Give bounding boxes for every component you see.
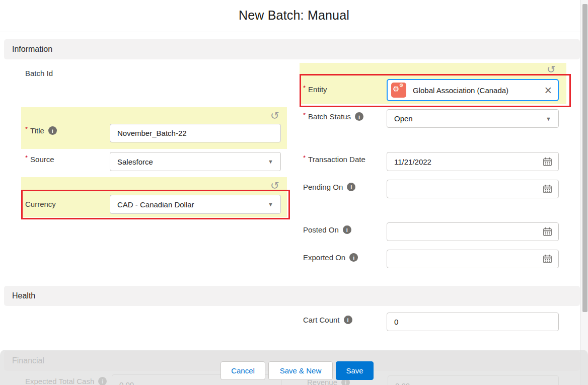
- field-label-entity: * Entity: [303, 85, 327, 94]
- info-icon[interactable]: i: [343, 225, 351, 234]
- required-asterisk: *: [25, 154, 28, 162]
- undo-icon[interactable]: ↺: [270, 180, 279, 191]
- field-label-currency: Currency: [25, 200, 56, 208]
- field-label-transaction-date: * Transaction Date: [303, 155, 365, 164]
- scrollbar-thumb[interactable]: [582, 4, 587, 312]
- undo-icon[interactable]: ↺: [270, 110, 279, 121]
- transaction-date-input[interactable]: 11/21/2022: [387, 152, 559, 171]
- posted-on-input[interactable]: [387, 222, 559, 241]
- save-and-new-button[interactable]: Save & New: [268, 361, 333, 380]
- field-label-exported-on: Exported On i: [303, 253, 358, 262]
- exported-on-input[interactable]: [387, 250, 559, 268]
- field-label-source: * Source: [25, 155, 54, 164]
- section-information: Information: [4, 39, 580, 59]
- entity-lookup-pill[interactable]: ⚙ ⚙ Global Association (Canada) ×: [387, 79, 559, 101]
- required-asterisk: *: [303, 84, 306, 92]
- field-label-title: * Title i: [25, 126, 57, 135]
- info-icon[interactable]: i: [349, 253, 358, 262]
- page-title: New Batch: Manual: [0, 8, 588, 23]
- section-health-label: Health: [12, 291, 35, 300]
- field-label-batch-status: * Batch Status i: [303, 112, 363, 121]
- gear-icon: ⚙: [393, 85, 399, 93]
- chevron-down-icon: ▼: [268, 159, 273, 165]
- pending-on-input[interactable]: [387, 180, 559, 198]
- entity-value: Global Association (Canada): [413, 86, 544, 95]
- cancel-button[interactable]: Cancel: [220, 361, 265, 380]
- info-icon[interactable]: i: [347, 183, 355, 191]
- close-icon[interactable]: ×: [544, 84, 552, 97]
- batch-status-select[interactable]: Open ▼: [387, 109, 559, 128]
- calendar-icon[interactable]: [543, 227, 552, 237]
- chevron-down-icon: ▼: [546, 116, 551, 122]
- cart-count-input[interactable]: [387, 313, 559, 331]
- new-batch-modal: New Batch: Manual Information Batch Id ↺…: [0, 0, 588, 385]
- header-divider: [0, 32, 588, 32]
- save-button[interactable]: Save: [336, 361, 374, 380]
- section-health: Health: [4, 286, 580, 306]
- undo-icon[interactable]: ↺: [547, 64, 556, 74]
- info-icon[interactable]: i: [48, 126, 57, 135]
- field-label-posted-on: Posted On i: [303, 225, 351, 234]
- field-label-pending-on: Pending On i: [303, 183, 355, 191]
- calendar-icon[interactable]: [543, 157, 552, 167]
- required-asterisk: *: [25, 125, 28, 133]
- currency-select[interactable]: CAD - Canadian Dollar ▼: [110, 195, 281, 214]
- title-input[interactable]: [110, 124, 281, 142]
- source-select[interactable]: Salesforce ▼: [110, 152, 281, 171]
- section-information-label: Information: [12, 45, 52, 54]
- required-asterisk: *: [303, 111, 306, 119]
- field-label-cart-count: Cart Count i: [303, 316, 352, 324]
- info-icon[interactable]: i: [344, 316, 352, 324]
- chevron-down-icon: ▼: [268, 201, 273, 207]
- scrollbar-track[interactable]: [580, 0, 588, 385]
- calendar-icon[interactable]: [543, 184, 552, 194]
- field-label-batch-id: Batch Id: [25, 69, 53, 78]
- required-asterisk: *: [303, 154, 306, 162]
- entity-object-icon: ⚙ ⚙: [391, 83, 406, 98]
- info-icon[interactable]: i: [355, 112, 363, 121]
- calendar-icon[interactable]: [543, 254, 552, 264]
- gear-icon: ⚙: [399, 83, 404, 88]
